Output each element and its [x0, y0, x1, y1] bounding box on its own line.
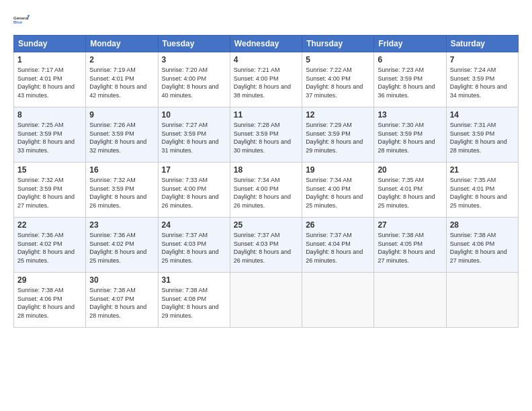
day-cell-5: 5Sunrise: 7:22 AMSunset: 4:00 PMDaylight…	[302, 52, 374, 107]
day-cell-23: 23Sunrise: 7:36 AMSunset: 4:02 PMDayligh…	[86, 218, 158, 273]
day-info: Sunrise: 7:17 AMSunset: 4:01 PMDaylight:…	[17, 66, 82, 99]
calendar-page: GeneralBlue SundayMondayTuesdayWednesday…	[0, 0, 532, 411]
day-info: Sunrise: 7:22 AMSunset: 4:00 PMDaylight:…	[306, 66, 370, 99]
empty-cell	[302, 273, 374, 328]
logo: GeneralBlue	[13, 11, 32, 30]
header-wednesday: Wednesday	[230, 36, 302, 52]
week-row-1: 1Sunrise: 7:17 AMSunset: 4:01 PMDaylight…	[14, 52, 519, 107]
day-number: 24	[162, 220, 226, 230]
day-cell-12: 12Sunrise: 7:29 AMSunset: 3:59 PMDayligh…	[302, 107, 374, 163]
day-info: Sunrise: 7:38 AMSunset: 4:08 PMDaylight:…	[162, 286, 226, 320]
day-info: Sunrise: 7:28 AMSunset: 3:59 PMDaylight:…	[234, 121, 298, 154]
day-info: Sunrise: 7:37 AMSunset: 4:04 PMDaylight:…	[306, 231, 370, 265]
header-saturday: Saturday	[446, 36, 518, 52]
day-number: 13	[378, 110, 442, 120]
day-number: 9	[89, 110, 154, 120]
empty-cell	[446, 273, 518, 328]
day-number: 23	[89, 220, 154, 230]
week-row-2: 8Sunrise: 7:25 AMSunset: 3:59 PMDaylight…	[14, 107, 519, 163]
day-cell-4: 4Sunrise: 7:21 AMSunset: 4:00 PMDaylight…	[230, 52, 302, 107]
day-cell-29: 29Sunrise: 7:38 AMSunset: 4:06 PMDayligh…	[14, 273, 86, 328]
day-cell-20: 20Sunrise: 7:35 AMSunset: 4:01 PMDayligh…	[374, 163, 446, 218]
day-cell-16: 16Sunrise: 7:32 AMSunset: 3:59 PMDayligh…	[86, 163, 158, 218]
day-cell-10: 10Sunrise: 7:27 AMSunset: 3:59 PMDayligh…	[158, 107, 230, 163]
empty-cell	[230, 273, 302, 328]
day-number: 19	[306, 165, 370, 175]
day-cell-24: 24Sunrise: 7:37 AMSunset: 4:03 PMDayligh…	[158, 218, 230, 273]
day-number: 4	[234, 55, 298, 64]
day-number: 18	[234, 165, 298, 175]
day-cell-31: 31Sunrise: 7:38 AMSunset: 4:08 PMDayligh…	[158, 273, 230, 328]
day-info: Sunrise: 7:20 AMSunset: 4:00 PMDaylight:…	[162, 66, 226, 99]
day-info: Sunrise: 7:32 AMSunset: 3:59 PMDaylight:…	[89, 176, 154, 210]
calendar-table: SundayMondayTuesdayWednesdayThursdayFrid…	[13, 35, 519, 328]
day-number: 2	[89, 55, 154, 64]
day-number: 27	[378, 220, 442, 230]
day-number: 21	[450, 165, 515, 175]
header-row: SundayMondayTuesdayWednesdayThursdayFrid…	[14, 36, 519, 52]
day-info: Sunrise: 7:36 AMSunset: 4:02 PMDaylight:…	[17, 231, 82, 265]
day-number: 1	[17, 55, 82, 64]
day-cell-19: 19Sunrise: 7:34 AMSunset: 4:00 PMDayligh…	[302, 163, 374, 218]
day-number: 5	[306, 55, 370, 64]
header-monday: Monday	[86, 36, 158, 52]
day-cell-8: 8Sunrise: 7:25 AMSunset: 3:59 PMDaylight…	[14, 107, 86, 163]
day-info: Sunrise: 7:31 AMSunset: 3:59 PMDaylight:…	[450, 121, 515, 154]
day-number: 8	[17, 110, 82, 120]
day-number: 28	[450, 220, 515, 230]
day-number: 16	[89, 165, 154, 175]
day-info: Sunrise: 7:35 AMSunset: 4:01 PMDaylight:…	[450, 176, 515, 210]
day-number: 11	[234, 110, 298, 120]
day-info: Sunrise: 7:37 AMSunset: 4:03 PMDaylight:…	[234, 231, 298, 265]
header-sunday: Sunday	[14, 36, 86, 52]
day-cell-11: 11Sunrise: 7:28 AMSunset: 3:59 PMDayligh…	[230, 107, 302, 163]
day-cell-13: 13Sunrise: 7:30 AMSunset: 3:59 PMDayligh…	[374, 107, 446, 163]
day-info: Sunrise: 7:26 AMSunset: 3:59 PMDaylight:…	[89, 121, 154, 154]
day-number: 31	[162, 275, 226, 285]
day-cell-15: 15Sunrise: 7:32 AMSunset: 3:59 PMDayligh…	[14, 163, 86, 218]
svg-text:General: General	[13, 16, 29, 20]
day-info: Sunrise: 7:30 AMSunset: 3:59 PMDaylight:…	[378, 121, 442, 154]
day-number: 22	[17, 220, 82, 230]
day-number: 10	[162, 110, 226, 120]
empty-cell	[374, 273, 446, 328]
day-info: Sunrise: 7:32 AMSunset: 3:59 PMDaylight:…	[17, 176, 82, 210]
day-cell-17: 17Sunrise: 7:33 AMSunset: 4:00 PMDayligh…	[158, 163, 230, 218]
day-info: Sunrise: 7:33 AMSunset: 4:00 PMDaylight:…	[162, 176, 226, 210]
day-info: Sunrise: 7:29 AMSunset: 3:59 PMDaylight:…	[306, 121, 370, 154]
day-cell-14: 14Sunrise: 7:31 AMSunset: 3:59 PMDayligh…	[446, 107, 518, 163]
day-info: Sunrise: 7:27 AMSunset: 3:59 PMDaylight:…	[162, 121, 226, 154]
day-info: Sunrise: 7:38 AMSunset: 4:07 PMDaylight:…	[89, 286, 154, 320]
day-info: Sunrise: 7:19 AMSunset: 4:01 PMDaylight:…	[89, 66, 154, 99]
day-number: 6	[378, 55, 442, 64]
week-row-5: 29Sunrise: 7:38 AMSunset: 4:06 PMDayligh…	[14, 273, 519, 328]
day-info: Sunrise: 7:25 AMSunset: 3:59 PMDaylight:…	[17, 121, 82, 154]
day-info: Sunrise: 7:35 AMSunset: 4:01 PMDaylight:…	[378, 176, 442, 210]
day-cell-25: 25Sunrise: 7:37 AMSunset: 4:03 PMDayligh…	[230, 218, 302, 273]
day-number: 17	[162, 165, 226, 175]
day-number: 29	[17, 275, 82, 285]
day-cell-3: 3Sunrise: 7:20 AMSunset: 4:00 PMDaylight…	[158, 52, 230, 107]
day-info: Sunrise: 7:34 AMSunset: 4:00 PMDaylight:…	[234, 176, 298, 210]
svg-text:Blue: Blue	[13, 20, 23, 24]
header-thursday: Thursday	[302, 36, 374, 52]
day-info: Sunrise: 7:21 AMSunset: 4:00 PMDaylight:…	[234, 66, 298, 99]
week-row-3: 15Sunrise: 7:32 AMSunset: 3:59 PMDayligh…	[14, 163, 519, 218]
day-number: 14	[450, 110, 515, 120]
week-row-4: 22Sunrise: 7:36 AMSunset: 4:02 PMDayligh…	[14, 218, 519, 273]
header-tuesday: Tuesday	[158, 36, 230, 52]
header-friday: Friday	[374, 36, 446, 52]
day-cell-1: 1Sunrise: 7:17 AMSunset: 4:01 PMDaylight…	[14, 52, 86, 107]
day-info: Sunrise: 7:38 AMSunset: 4:06 PMDaylight:…	[17, 286, 82, 320]
day-number: 7	[450, 55, 515, 64]
page-header: GeneralBlue	[13, 11, 519, 30]
day-cell-26: 26Sunrise: 7:37 AMSunset: 4:04 PMDayligh…	[302, 218, 374, 273]
day-info: Sunrise: 7:23 AMSunset: 3:59 PMDaylight:…	[378, 66, 442, 99]
day-info: Sunrise: 7:37 AMSunset: 4:03 PMDaylight:…	[162, 231, 226, 265]
day-info: Sunrise: 7:24 AMSunset: 3:59 PMDaylight:…	[450, 66, 515, 99]
day-info: Sunrise: 7:38 AMSunset: 4:05 PMDaylight:…	[378, 231, 442, 265]
day-cell-6: 6Sunrise: 7:23 AMSunset: 3:59 PMDaylight…	[374, 52, 446, 107]
day-number: 26	[306, 220, 370, 230]
day-info: Sunrise: 7:34 AMSunset: 4:00 PMDaylight:…	[306, 176, 370, 210]
day-number: 12	[306, 110, 370, 120]
